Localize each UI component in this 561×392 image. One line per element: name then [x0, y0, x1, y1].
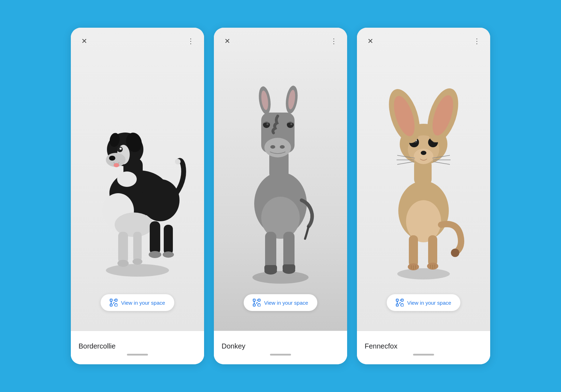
cards-container: ✕ ⋮	[71, 28, 490, 364]
svg-point-13	[120, 148, 122, 150]
card-footer-3: Fennecfox	[357, 331, 490, 364]
svg-rect-51	[283, 232, 295, 270]
more-button-1[interactable]: ⋮	[185, 35, 196, 47]
view-button-area-1: View in your space	[71, 294, 204, 311]
home-indicator-2	[270, 354, 291, 356]
ar-icon-3	[396, 299, 404, 306]
svg-rect-88	[409, 235, 418, 267]
svg-rect-54	[264, 265, 277, 271]
card-bordercollie: ✕ ⋮	[71, 28, 204, 364]
svg-point-36	[261, 197, 300, 239]
svg-rect-99	[396, 299, 398, 301]
animal-display-2: View in your space	[214, 28, 347, 331]
svg-rect-89	[428, 235, 437, 266]
svg-point-7	[117, 171, 137, 187]
donkey-image	[231, 70, 330, 288]
home-indicator-3	[413, 354, 434, 356]
svg-point-11	[109, 156, 115, 161]
view-button-label-1: View in your space	[121, 300, 165, 306]
svg-rect-58	[253, 304, 255, 306]
svg-line-80	[397, 162, 414, 164]
card-header-3: ✕ ⋮	[357, 28, 490, 50]
svg-rect-50	[265, 232, 276, 270]
view-in-space-button-2[interactable]: View in your space	[244, 294, 317, 311]
svg-rect-55	[283, 264, 295, 271]
more-button-3[interactable]: ⋮	[471, 35, 482, 47]
svg-point-64	[397, 268, 450, 279]
animal-name-3: Fennecfox	[365, 342, 482, 350]
ar-icon-1	[110, 299, 117, 306]
view-in-space-button-3[interactable]: View in your space	[387, 294, 460, 311]
svg-rect-26	[110, 299, 112, 301]
svg-point-24	[163, 251, 174, 258]
svg-rect-100	[401, 299, 403, 301]
svg-point-20	[133, 258, 142, 265]
home-indicator-1	[127, 354, 148, 356]
svg-rect-57	[258, 299, 260, 301]
svg-rect-28	[110, 304, 112, 306]
svg-point-16	[114, 163, 119, 167]
view-button-label-3: View in your space	[407, 300, 451, 306]
svg-rect-56	[253, 299, 255, 301]
card-donkey: ✕ ⋮	[214, 28, 347, 364]
svg-point-45	[290, 123, 292, 125]
fennecfox-image	[373, 74, 474, 284]
svg-rect-18	[133, 232, 142, 262]
svg-point-34	[252, 271, 309, 284]
animal-name-2: Donkey	[222, 342, 339, 350]
svg-point-44	[266, 123, 269, 125]
svg-point-19	[117, 260, 129, 267]
more-button-2[interactable]: ⋮	[328, 35, 339, 47]
svg-point-102	[401, 304, 404, 306]
view-button-label-2: View in your space	[264, 300, 308, 306]
view-button-area-2: View in your space	[214, 294, 347, 311]
svg-point-39	[264, 138, 291, 157]
svg-rect-27	[115, 299, 117, 301]
svg-point-25	[175, 159, 181, 164]
svg-point-40	[270, 145, 275, 149]
svg-rect-21	[150, 221, 160, 255]
svg-rect-101	[396, 304, 398, 306]
svg-rect-17	[118, 232, 128, 263]
close-button-3[interactable]: ✕	[365, 35, 376, 47]
svg-point-41	[280, 145, 285, 149]
view-button-area-3: View in your space	[357, 294, 490, 311]
bordercollie-image	[85, 74, 190, 284]
ar-icon-2	[253, 299, 261, 306]
svg-point-23	[149, 251, 161, 258]
view-in-space-button-1[interactable]: View in your space	[101, 294, 174, 311]
card-fennecfox: ✕ ⋮	[357, 28, 490, 364]
animal-display-1: View in your space	[71, 28, 204, 331]
svg-point-71	[421, 151, 426, 155]
card-footer-1: Bordercollie	[71, 331, 204, 364]
svg-point-98	[451, 249, 459, 257]
card-footer-2: Donkey	[214, 331, 347, 364]
svg-point-29	[115, 304, 117, 306]
svg-line-83	[433, 162, 450, 164]
animal-display-3: View in your space	[357, 28, 490, 331]
svg-point-59	[258, 304, 261, 306]
svg-rect-22	[164, 225, 173, 255]
animal-name-1: Bordercollie	[79, 342, 196, 350]
card-header-2: ✕ ⋮	[214, 28, 347, 50]
close-button-1[interactable]: ✕	[79, 35, 90, 47]
close-button-2[interactable]: ✕	[222, 35, 233, 47]
svg-point-0	[106, 264, 169, 277]
card-header-1: ✕ ⋮	[71, 28, 204, 50]
